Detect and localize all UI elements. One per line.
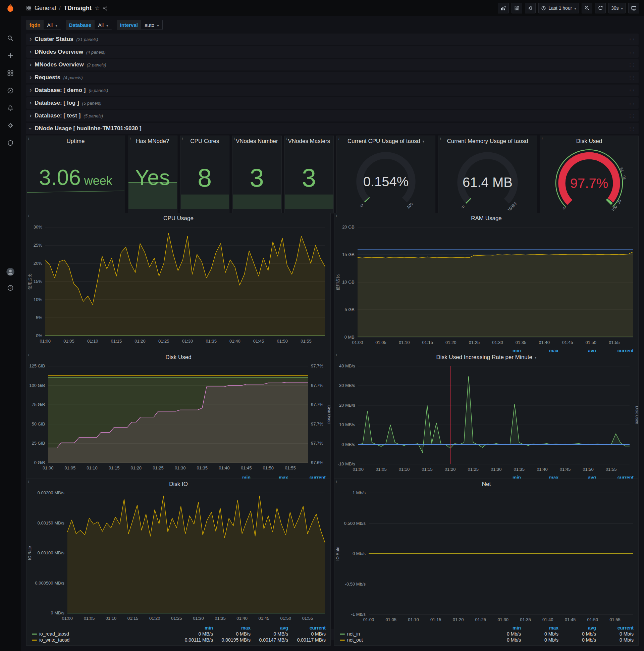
save-dashboard-button[interactable] (512, 3, 522, 13)
share-icon[interactable] (103, 6, 108, 11)
row-requests[interactable]: Requests(4 panels) (26, 72, 639, 83)
panel-title[interactable]: Disk Used (27, 352, 330, 363)
svg-text:01:45: 01:45 (562, 340, 573, 345)
panel-info-icon[interactable] (286, 136, 287, 141)
panel-info-icon[interactable] (542, 136, 543, 141)
row-database-log[interactable]: Database: [ log ](5 panels) (26, 97, 639, 109)
drag-handle[interactable] (628, 50, 635, 55)
panel-title[interactable]: Net (334, 479, 638, 490)
variable-interval[interactable]: Interval auto (117, 20, 163, 30)
drag-handle[interactable] (628, 114, 635, 119)
kiosk-mode-button[interactable] (628, 3, 639, 13)
star-icon[interactable]: ☆ (95, 5, 100, 12)
search-icon[interactable] (6, 34, 15, 43)
panel-title[interactable]: Current CPU Usage of taosd (337, 136, 435, 147)
user-avatar[interactable] (6, 267, 15, 277)
dashboards-icon[interactable] (6, 68, 15, 78)
help-icon[interactable]: ? (6, 283, 15, 292)
drag-handle[interactable] (628, 88, 635, 93)
panel-title[interactable]: Uptime (27, 136, 125, 147)
panel-title[interactable]: Has MNode? (128, 136, 177, 147)
panel-info-icon[interactable] (130, 136, 131, 141)
row-dnodes-overview[interactable]: DNodes Overview(4 panels) (26, 46, 639, 58)
panel-title[interactable]: RAM Usage (334, 213, 638, 224)
alerting-bell-icon[interactable] (6, 103, 15, 113)
row-mnodes-overview[interactable]: MNodes Overview(2 panels) (26, 59, 639, 70)
row-dnode-usage[interactable]: DNode Usage [ huolinhe-TM1701:6030 ] (26, 123, 639, 134)
panel-title[interactable]: Disk IO (27, 479, 330, 490)
variable-fqdn-value[interactable]: All (43, 20, 61, 30)
add-panel-button[interactable] (498, 3, 509, 13)
svg-text:97.7%: 97.7% (570, 176, 608, 191)
legend-series-io_write_taosd[interactable]: io_write_taosd (32, 637, 175, 643)
refresh-interval-dropdown[interactable]: 30s (608, 3, 625, 13)
panel-title[interactable]: CPU Cores (181, 136, 229, 147)
panel-title[interactable]: VNodes Masters (285, 136, 334, 147)
svg-text:95: 95 (616, 199, 622, 204)
svg-text:125 GiB: 125 GiB (29, 364, 45, 368)
drag-handle[interactable] (628, 126, 635, 131)
explore-compass-icon[interactable] (6, 86, 15, 95)
panel-title[interactable]: CPU Usage (27, 213, 330, 224)
svg-text:01:50: 01:50 (587, 617, 599, 622)
panel-info-icon[interactable] (28, 136, 29, 141)
dashboard-settings-button[interactable] (525, 3, 536, 13)
drag-handle[interactable] (628, 62, 635, 67)
panel-info-icon[interactable] (339, 136, 340, 141)
panel-info-icon[interactable] (28, 352, 29, 357)
server-admin-shield-icon[interactable] (6, 138, 15, 148)
row-cluster-status[interactable]: Cluster Status(21 panels) (26, 34, 639, 45)
legend-header-spacer (32, 625, 175, 630)
legend-value: 0 Mb/s (483, 631, 521, 637)
panel-title[interactable]: VNodes Number (232, 136, 282, 147)
panel-title[interactable]: Disk Used (540, 136, 638, 147)
row-database-demo[interactable]: Database: [ demo ](5 panels) (26, 85, 639, 96)
svg-text:使用占比: 使用占比 (28, 274, 32, 289)
svg-text:01:45: 01:45 (565, 617, 576, 622)
panel-info-icon[interactable] (234, 136, 235, 141)
zoom-out-button[interactable] (582, 3, 592, 13)
chevron-down-icon (574, 5, 576, 11)
time-picker[interactable]: Last 1 hour (538, 3, 579, 13)
panel-info-icon[interactable] (336, 479, 337, 484)
row-database-test[interactable]: Database: [ test ](5 panels) (26, 110, 639, 122)
svg-text:01:35: 01:35 (516, 340, 526, 345)
panel-info-icon[interactable] (440, 136, 441, 141)
panel-title[interactable]: Disk Used Increasing Rate per Minute (334, 352, 638, 363)
svg-text:01:40: 01:40 (539, 340, 550, 345)
configuration-gear-icon[interactable] (6, 121, 15, 130)
panel-info-icon[interactable] (336, 352, 337, 357)
panel-info-icon[interactable] (28, 213, 29, 218)
panel-info-icon[interactable] (28, 479, 29, 484)
drag-handle[interactable] (628, 75, 635, 80)
grafana-logo[interactable] (0, 0, 21, 16)
svg-text:97.7%: 97.7% (311, 383, 323, 388)
variable-database[interactable]: Database All (66, 20, 112, 30)
svg-text:01:20: 01:20 (134, 339, 146, 344)
refresh-button[interactable] (595, 3, 606, 13)
variable-database-value[interactable]: All (95, 20, 112, 30)
breadcrumb-section[interactable]: General (35, 5, 56, 12)
legend-value: 0 Mb/s (521, 631, 558, 637)
panel-title[interactable]: Current Memory Usage of taosd (439, 136, 537, 147)
svg-text:97.7%: 97.7% (311, 422, 323, 427)
drag-handle[interactable] (628, 37, 635, 42)
panel-uptime: Uptime 3.06week (26, 135, 125, 213)
panel-info-icon[interactable] (336, 213, 337, 218)
row-panel-count: (5 panels) (82, 101, 102, 106)
refresh-interval-label: 30s (611, 5, 619, 11)
legend-value: 0.00117 MB/s (288, 637, 326, 643)
panel-info-icon[interactable] (182, 136, 183, 141)
legend-series-io_read_taosd[interactable]: io_read_taosd (32, 631, 175, 637)
legend-value: 0.00195 MB/s (213, 637, 251, 643)
variable-fqdn[interactable]: fqdn All (26, 20, 61, 30)
create-icon[interactable] (6, 51, 15, 60)
variable-interval-value[interactable]: auto (141, 20, 163, 30)
legend-series-net_out[interactable]: net_out (340, 637, 483, 643)
panel-cpu-usage: CPU Usage 0%5%10%15%20%25%30%01:0001:050… (26, 213, 331, 374)
legend-value: 0 Mb/s (558, 631, 596, 637)
stat-value: 3 (250, 163, 264, 192)
breadcrumb-page[interactable]: TDinsight (64, 5, 92, 12)
legend-series-net_in[interactable]: net_in (340, 631, 483, 637)
drag-handle[interactable] (628, 101, 635, 106)
